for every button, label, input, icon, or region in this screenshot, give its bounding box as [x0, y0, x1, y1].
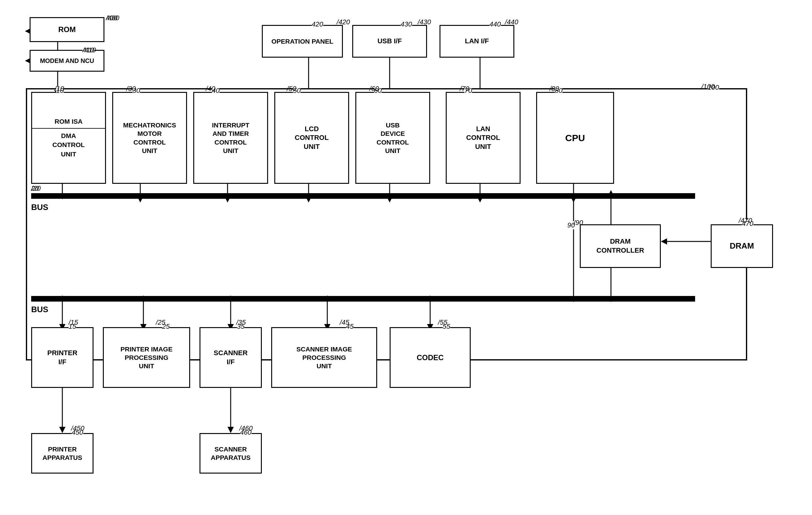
ref-50: /50 — [287, 85, 296, 93]
label-430: 430 — [401, 20, 412, 28]
operation-panel-box: OPERATION PANEL — [262, 25, 343, 58]
codec-box: CODEC — [389, 327, 471, 388]
svg-marker-4 — [59, 193, 65, 200]
ref-55: /55 — [438, 319, 447, 327]
ref-70: /70 — [460, 85, 469, 93]
dma-label: DMACONTROLUNIT — [51, 129, 86, 161]
printer-if-box: PRINTERI/F — [31, 327, 93, 388]
ref-90: /90 — [574, 219, 583, 227]
connections-svg — [0, 0, 812, 515]
ref-100: /100 — [701, 83, 715, 91]
ref-60: /60 — [369, 85, 379, 93]
svg-rect-2 — [31, 296, 695, 302]
svg-marker-61 — [228, 427, 234, 433]
printer-apparatus-box: PRINTERAPPARATUS — [31, 433, 93, 474]
ref-450: /450 — [71, 424, 85, 432]
bus1-label: BUS — [31, 203, 48, 212]
mechatronics-box: MECHATRONICSMOTORCONTROLUNIT — [112, 92, 187, 184]
svg-marker-33 — [571, 192, 577, 199]
ref-420: /420 — [337, 18, 350, 26]
scanner-image-box: SCANNER IMAGEPROCESSINGUNIT — [271, 327, 377, 388]
svg-marker-45 — [59, 295, 65, 302]
ref-470: /470 — [739, 216, 752, 224]
ref-40: /40 — [206, 85, 215, 93]
printer-image-box: PRINTER IMAGEPROCESSINGUNIT — [103, 327, 190, 388]
scanner-if-box: SCANNERI/F — [200, 327, 262, 388]
svg-marker-16 — [306, 196, 312, 203]
interrupt-timer-box: INTERRUPTAND TIMERCONTROLUNIT — [193, 92, 268, 184]
label-420: 420 — [312, 20, 323, 28]
svg-marker-42 — [661, 238, 667, 245]
svg-marker-48 — [140, 295, 146, 302]
ref-15: /15 — [68, 319, 78, 327]
svg-marker-36 — [608, 190, 614, 196]
ref-45: /45 — [340, 319, 349, 327]
label-440: 440 — [489, 20, 501, 28]
svg-marker-51 — [228, 295, 234, 302]
scanner-apparatus-box: SCANNERAPPARATUS — [200, 433, 262, 474]
usb-if-top-box: USB I/F — [352, 25, 427, 58]
svg-marker-54 — [324, 295, 330, 302]
svg-marker-8 — [137, 196, 143, 203]
rom-isa-box: ROM ISA DMACONTROLUNIT — [31, 92, 106, 184]
svg-marker-28 — [571, 196, 577, 203]
ref-440: /440 — [505, 18, 518, 26]
lan-if-top-box: LAN I/F — [439, 25, 514, 58]
ref-10: /10 — [55, 85, 64, 93]
svg-rect-1 — [31, 193, 695, 199]
lcd-control-box: LCDCONTROLUNIT — [274, 92, 349, 184]
ref-410: /410 — [83, 46, 96, 54]
bus2-label: BUS — [31, 305, 48, 314]
ref-20: /20 — [31, 184, 41, 192]
svg-marker-12 — [225, 196, 231, 203]
ref-25: /25 — [156, 319, 166, 327]
ref-30: /30 — [126, 85, 136, 93]
svg-marker-57 — [427, 295, 433, 302]
rom-box: ROM — [30, 17, 105, 42]
ref-35: /35 — [236, 319, 246, 327]
rom-isa-label: ROM ISA — [32, 115, 105, 129]
ref-430: /430 — [418, 18, 431, 26]
usb-device-box: USBDEVICECONTROLUNIT — [355, 92, 430, 184]
ref-400: /400 — [106, 14, 119, 22]
dram-box: DRAM — [711, 224, 773, 268]
svg-marker-32 — [571, 296, 577, 302]
svg-marker-24 — [477, 196, 483, 203]
svg-marker-59 — [59, 427, 65, 433]
cpu-box: CPU — [536, 92, 614, 184]
diagram: ROM 400 MODEM AND NCU 410 OPERATION PANE… — [0, 0, 812, 515]
svg-marker-38 — [608, 296, 614, 302]
dram-controller-box: DRAMCONTROLLER — [580, 224, 661, 268]
lan-control-box: LANCONTROLUNIT — [446, 92, 521, 184]
svg-marker-20 — [386, 196, 393, 203]
ref-460: /460 — [239, 424, 253, 432]
ref-80: /80 — [550, 85, 559, 93]
